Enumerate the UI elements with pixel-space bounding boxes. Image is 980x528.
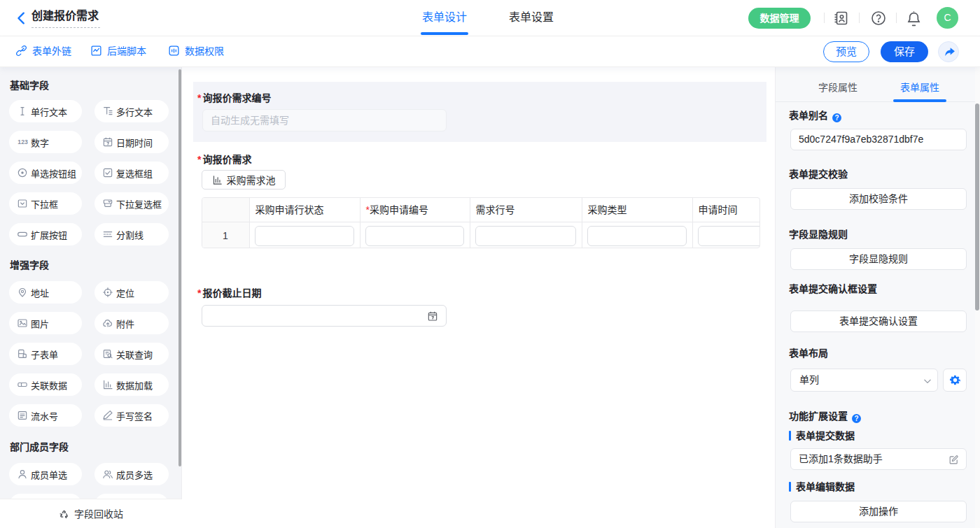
svg-text:123: 123 — [18, 138, 28, 145]
